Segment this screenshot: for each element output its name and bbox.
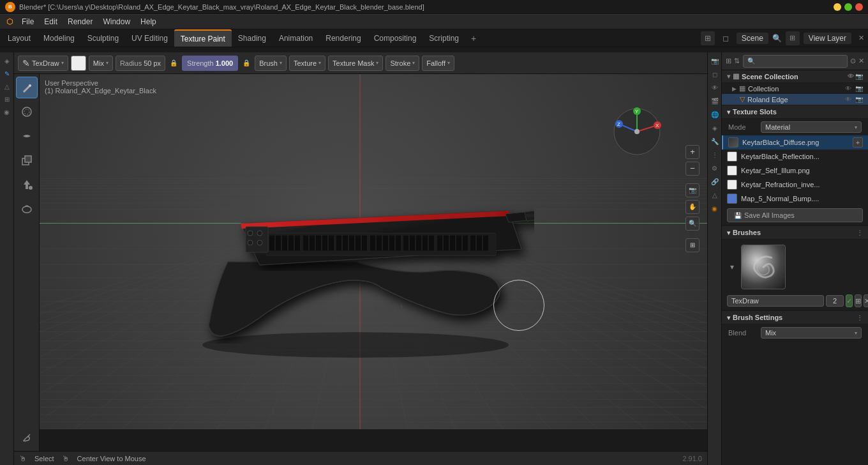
rp-icon-world[interactable]: 🌐	[709, 109, 721, 120]
rp-icon-object[interactable]: ◈	[709, 122, 721, 133]
brush-check-icon[interactable]: ✓	[846, 294, 853, 307]
mode-icon-3[interactable]: △	[1, 80, 13, 92]
mode-selector[interactable]: ✎ TexDraw ▾	[18, 56, 68, 71]
render-props-icon[interactable]: ⊞	[701, 31, 715, 45]
camera-btn[interactable]: 📷	[685, 183, 700, 197]
slot-add-btn[interactable]: +	[853, 137, 863, 148]
blend-mode-selector[interactable]: Mix ▾	[89, 56, 113, 71]
mode-icon-5[interactable]: ◉	[1, 106, 13, 118]
zoom-btn[interactable]: 🔍	[685, 217, 700, 231]
stroke-dropdown[interactable]: Stroke ▾	[385, 56, 419, 71]
brush-number-input[interactable]	[826, 295, 844, 307]
rp-icon-render[interactable]: 📷	[709, 55, 721, 66]
falloff-dropdown[interactable]: Falloff ▾	[422, 56, 454, 71]
brush-preview-expand[interactable]: ▾	[727, 245, 737, 289]
tool-mask[interactable]	[16, 198, 38, 220]
panel-icon-close[interactable]: ✕	[858, 55, 865, 68]
collection-render[interactable]: 📷	[855, 85, 863, 92]
grid-btn[interactable]: ⊞	[685, 238, 700, 252]
scene-collection-eye[interactable]: 👁	[848, 73, 854, 80]
scene-name[interactable]: Scene	[737, 33, 768, 44]
search-icon[interactable]: 🔍	[772, 34, 782, 43]
brush-settings-header[interactable]: ▾ Brush Settings ⋮	[722, 310, 868, 324]
menu-edit[interactable]: Edit	[39, 16, 63, 27]
texture-slot-5[interactable]: Map_5_Normal_Bump....	[722, 192, 868, 206]
win-maximize[interactable]	[844, 3, 852, 11]
texture-slots-header[interactable]: ▾ Texture Slots	[722, 105, 868, 119]
view-layer-name[interactable]: View Layer	[804, 33, 851, 44]
tab-add[interactable]: +	[467, 31, 481, 45]
rp-icon-view[interactable]: 👁	[709, 82, 721, 93]
menu-file[interactable]: File	[17, 16, 39, 27]
rp-icon-modifiers[interactable]: 🔧	[709, 135, 721, 147]
tab-rendering[interactable]: Rendering	[319, 29, 367, 47]
rp-icon-constraints[interactable]: 🔗	[709, 176, 721, 187]
rp-icon-output[interactable]: ◻	[709, 68, 721, 80]
hand-tool[interactable]: ✋	[685, 200, 700, 214]
tab-animation[interactable]: Animation	[273, 29, 319, 47]
rp-icon-particles[interactable]: ⋮	[709, 149, 721, 160]
brushes-options[interactable]: ⋮	[857, 229, 863, 236]
tab-layout[interactable]: Layout	[1, 29, 37, 47]
brushes-section-header[interactable]: ▾ Brushes ⋮	[722, 225, 868, 240]
scene-collection-header[interactable]: ▾ ▦ Scene Collection 👁 📷	[722, 70, 868, 83]
win-minimize[interactable]	[834, 3, 841, 11]
strength-lock[interactable]: 🔒	[241, 57, 252, 69]
3d-viewport[interactable]: User Perspective (1) Roland_AX_Edge_Keyt…	[40, 74, 707, 429]
scene-collection-render[interactable]: 📷	[855, 73, 863, 80]
collection-eye[interactable]: 👁	[845, 85, 851, 92]
tab-sculpting[interactable]: Sculpting	[81, 29, 125, 47]
tab-texture-paint[interactable]: Texture Paint	[174, 29, 232, 47]
tool-draw[interactable]	[16, 77, 38, 98]
menu-window[interactable]: Window	[98, 16, 135, 27]
scene-icon[interactable]: ◻	[719, 31, 733, 45]
tab-modeling[interactable]: Modeling	[37, 29, 81, 47]
texture-slot-4[interactable]: Keytar_Refraction_inve...	[722, 178, 868, 192]
save-all-images-btn[interactable]: 💾 Save All Images	[727, 208, 863, 222]
rp-icon-material[interactable]: ◉	[709, 202, 721, 214]
blend-dropdown[interactable]: Mix ▾	[761, 327, 862, 339]
tool-smear[interactable]	[16, 125, 38, 147]
panel-icon-sort[interactable]: ⇅	[733, 55, 740, 68]
tool-fill[interactable]	[16, 174, 38, 195]
brush-name-input[interactable]	[727, 295, 824, 307]
tool-clone[interactable]	[16, 149, 38, 171]
texture-slot-3[interactable]: Keytar_Self_Illum.png	[722, 164, 868, 178]
menu-blender[interactable]: ⬡	[3, 16, 17, 27]
texture-slot-2[interactable]: KeytarBlack_Reflection...	[722, 149, 868, 164]
mode-icon-1[interactable]: ◈	[1, 55, 13, 66]
radius-lock[interactable]: 🔒	[168, 57, 179, 69]
mode-dropdown[interactable]: Material ▾	[761, 121, 862, 133]
tab-scripting[interactable]: Scripting	[423, 29, 465, 47]
tool-soften[interactable]	[16, 101, 38, 123]
panel-search[interactable]: 🔍	[743, 55, 848, 68]
zoom-in-btn[interactable]: +	[685, 145, 700, 159]
view-layer-close[interactable]: ✕	[855, 33, 867, 44]
brush-settings-options[interactable]: ⋮	[857, 314, 863, 321]
tool-annotate[interactable]	[16, 427, 38, 448]
object-eye[interactable]: 👁	[845, 96, 851, 103]
mode-icon-2[interactable]: ✎	[1, 68, 13, 79]
rp-icon-scene[interactable]: 🎬	[709, 95, 721, 107]
object-row[interactable]: ▽ Roland Edge 👁 📷	[722, 94, 868, 105]
brush-delete-icon[interactable]: ✕	[864, 294, 868, 307]
tab-compositing[interactable]: Compositing	[368, 29, 423, 47]
mode-icon-4[interactable]: ⊞	[1, 93, 13, 105]
search-input[interactable]	[755, 57, 843, 65]
zoom-out-btn[interactable]: −	[685, 162, 700, 176]
radius-control[interactable]: Radius 50 px	[116, 56, 165, 71]
view-layer-icon[interactable]: ⊞	[786, 31, 800, 45]
win-close[interactable]	[855, 3, 863, 11]
texture-slot-active[interactable]: KeytarBlack_Diffuse.png +	[722, 135, 868, 149]
texture-dropdown[interactable]: Texture ▾	[289, 56, 326, 71]
color-swatch[interactable]	[71, 56, 86, 71]
tab-uv-editing[interactable]: UV Editing	[125, 29, 174, 47]
rp-icon-physics[interactable]: ⚙	[709, 162, 721, 174]
brush-dropdown[interactable]: Brush ▾	[255, 56, 287, 71]
strength-control[interactable]: Strength 1.000	[182, 56, 238, 71]
brush-duplicate-icon[interactable]: ⊞	[855, 294, 862, 307]
menu-render[interactable]: Render	[63, 16, 98, 27]
tab-shading[interactable]: Shading	[232, 29, 273, 47]
panel-icon-filter[interactable]: ⊞	[724, 55, 732, 68]
texture-mask-dropdown[interactable]: Texture Mask ▾	[328, 56, 383, 71]
